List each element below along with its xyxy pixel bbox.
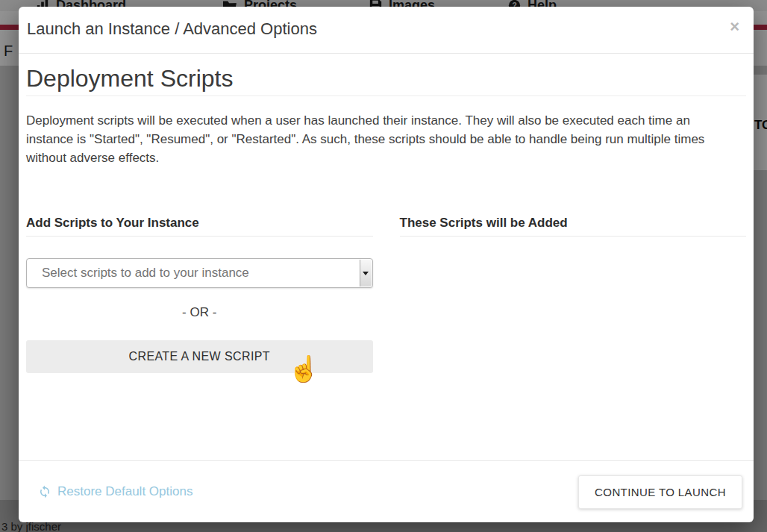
dropdown-arrow-icon[interactable] — [360, 260, 372, 287]
restore-link-label: Restore Default Options — [57, 484, 192, 499]
modal-title: Launch an Instance / Advanced Options — [27, 19, 317, 39]
continue-to-launch-button[interactable]: CONTINUE TO LAUNCH — [578, 475, 742, 509]
launch-instance-advanced-options-modal: Launch an Instance / Advanced Options × … — [19, 7, 754, 522]
add-scripts-heading: Add Scripts to Your Instance — [26, 216, 373, 237]
restore-default-options-link[interactable]: Restore Default Options — [38, 484, 192, 499]
modal-header: Launch an Instance / Advanced Options × — [19, 7, 754, 54]
scripts-columns: Add Scripts to Your Instance Select scri… — [26, 216, 746, 373]
modal-footer: Restore Default Options CONTINUE TO LAUN… — [19, 460, 754, 522]
added-scripts-column: These Scripts will be Added — [400, 216, 747, 373]
screen: Dashboard Projects Images ? — [0, 0, 767, 532]
add-scripts-column: Add Scripts to Your Instance Select scri… — [26, 216, 373, 373]
added-scripts-heading: These Scripts will be Added — [400, 216, 747, 237]
modal-body: Deployment Scripts Deployment scripts wi… — [19, 54, 754, 460]
sync-icon — [38, 485, 51, 498]
deployment-scripts-description: Deployment scripts will be executed when… — [26, 111, 733, 167]
scripts-select-value: Select scripts to add to your instance — [42, 266, 249, 281]
or-divider: - OR - — [26, 305, 373, 320]
create-new-script-button[interactable]: CREATE A NEW SCRIPT — [26, 340, 373, 373]
deployment-scripts-heading: Deployment Scripts — [26, 66, 746, 96]
scripts-select[interactable]: Select scripts to add to your instance — [26, 258, 373, 288]
close-icon[interactable]: × — [727, 19, 742, 34]
